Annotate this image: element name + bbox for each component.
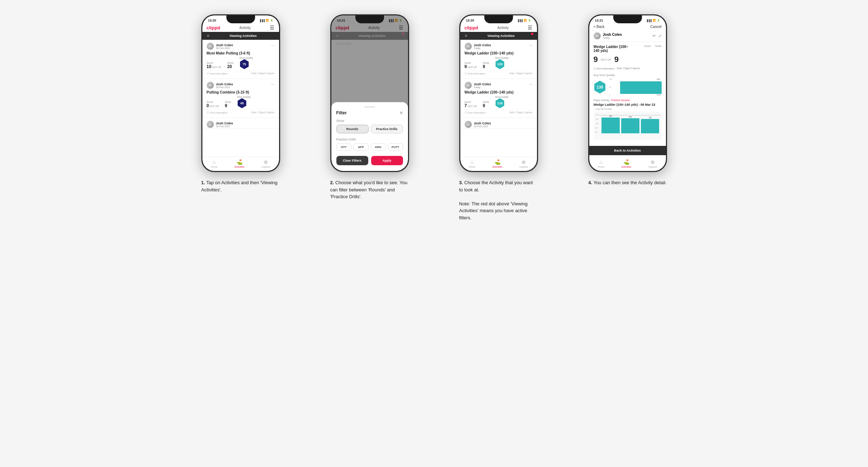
logo-1: clippd xyxy=(207,25,220,30)
phone-notch-4 xyxy=(613,15,642,23)
expand-icon-4[interactable]: ⤢ xyxy=(658,33,662,38)
capture-icon-3: ⊕ xyxy=(522,159,526,165)
nav-capture-label-4: Capture xyxy=(648,166,657,168)
activity-card-1-3[interactable]: JC Josh Coles 28 Feb 2023 xyxy=(202,118,279,129)
home-icon-3: ⌂ xyxy=(470,159,473,165)
home-icon-4: ⌂ xyxy=(599,159,602,165)
activity-card-1-1[interactable]: JC Josh Coles 28 Feb 2023 ··· Must Make … xyxy=(202,40,279,79)
edit-icon-4[interactable]: ✏ xyxy=(652,33,656,38)
phone-1: 13:20 ▐▐▐ 📶 🔋 clippd Activity ☰ xyxy=(201,14,280,172)
filter-actions: Clear Filters Apply xyxy=(336,156,403,165)
cancel-btn-4[interactable]: Cancel xyxy=(650,25,661,29)
outof-3-2: OUT OF xyxy=(467,105,477,108)
nav-home-3[interactable]: ⌂ Home xyxy=(469,159,475,168)
bottom-nav-4: ⌂ Home ⛳ Activities ⊕ Capture xyxy=(589,157,666,171)
card-title-1-1: Must Make Putting (3-6 ft) xyxy=(207,51,275,55)
drill-ott-btn[interactable]: OTT xyxy=(336,143,351,151)
user-date-3-3: 28 Feb 2023 xyxy=(474,125,491,128)
rounds-btn[interactable]: Rounds xyxy=(336,125,369,133)
score-label-1-1: Score xyxy=(207,62,222,64)
clear-filters-btn[interactable]: Clear Filters xyxy=(336,156,368,165)
nav-home-4[interactable]: ⌂ Home xyxy=(598,159,604,168)
test-info-3-1: ⓘ Test Information xyxy=(465,72,486,76)
detail-data-capture-4: Data: Clippd Capture xyxy=(617,67,640,71)
hamburger-icon-1[interactable]: ☰ xyxy=(270,25,274,30)
nav-home-label-1: Home xyxy=(211,166,217,168)
hamburger-icon-3[interactable]: ☰ xyxy=(528,25,532,30)
activity-card-3-2[interactable]: JC Josh Coles Today ··· Wedge Ladder (10… xyxy=(460,79,537,118)
bar-2-4 xyxy=(621,118,639,133)
avatar-3-1: JC xyxy=(465,43,472,50)
phone-column-1: 13:20 ▐▐▐ 📶 🔋 clippd Activity ☰ xyxy=(183,14,298,193)
status-icons-1: ▐▐▐ 📶 🔋 xyxy=(259,19,273,22)
nav-capture-3[interactable]: ⊕ Capture xyxy=(519,159,528,168)
filter-icon-3: ⚙ xyxy=(465,34,467,38)
drill-app-btn[interactable]: APP xyxy=(354,143,369,151)
phone-2: 13:21 ▐▐▐ 📶 🔋 clippd Activity ☰ xyxy=(330,14,409,172)
capture-icon-4: ⊕ xyxy=(651,159,655,165)
caption-text-1: Tap on Activities and then 'Viewing Acti… xyxy=(201,180,278,192)
shots-val-3-2: 9 xyxy=(483,103,485,108)
nav-home-1[interactable]: ⌂ Home xyxy=(211,159,217,168)
viewing-bar-1[interactable]: ⚙ Viewing Activities xyxy=(202,32,279,40)
nav-home-label-4: Home xyxy=(598,166,604,168)
cards-container-1: JC Josh Coles 28 Feb 2023 ··· Must Make … xyxy=(202,40,279,171)
more-icon-3-1[interactable]: ··· xyxy=(529,43,532,48)
quality-hex-3-1: 130 xyxy=(495,59,505,69)
card-title-3-2: Wedge Ladder (100–140 yds) xyxy=(465,90,533,94)
phone-3-screen: 13:20 ▐▐▐ 📶 🔋 clippd Activity ☰ xyxy=(460,15,537,171)
nav-capture-label-3: Capture xyxy=(519,166,528,168)
status-icons-3: ▐▐▐ 📶 🔋 xyxy=(517,19,531,22)
user-name-1-2: Josh Coles xyxy=(216,82,233,86)
filter-close-icon[interactable]: ✕ xyxy=(399,110,403,115)
caption-3: 3. Choose the Activity that you want to … xyxy=(459,179,538,221)
activity-card-1-2[interactable]: JC Josh Coles 28 Feb 2023 ··· Putting Co… xyxy=(202,79,279,118)
activity-card-3-3[interactable]: JC Josh Coles 28 Feb 2023 xyxy=(460,118,537,129)
back-btn-4[interactable]: < Back xyxy=(594,25,605,29)
score-val-3-1: 9 xyxy=(465,64,467,69)
nav-activities-4[interactable]: ⛳ Activities xyxy=(622,159,632,168)
detail-avatar-4: JC xyxy=(594,32,601,39)
nav-activities-1[interactable]: ⛳ Activities xyxy=(235,159,245,168)
viewing-bar-3[interactable]: ⚙ Viewing Activities xyxy=(460,32,537,40)
more-icon-1-2[interactable]: ··· xyxy=(271,82,274,87)
wifi-icon-4: 📶 xyxy=(653,19,656,22)
quality-hex-1-1: 75 xyxy=(239,59,249,69)
more-icon-1-1[interactable]: ··· xyxy=(271,43,274,48)
practice-drills-btn[interactable]: Practice Drills xyxy=(371,125,403,133)
detail-shots-4: 9 xyxy=(614,55,619,64)
shots-label-3-2: Shots xyxy=(483,101,489,103)
bar-3-4 xyxy=(641,119,659,133)
battery-icon-4: 🔋 xyxy=(657,19,660,22)
test-info-3-2: ⓘ Test Information xyxy=(465,111,486,115)
shots-val-1-1: 20 xyxy=(227,64,232,69)
drill-arg-btn[interactable]: ARG xyxy=(371,143,386,151)
avg-quality-hex-4: 130 xyxy=(594,81,606,94)
user-name-1-1: Josh Coles xyxy=(216,43,233,47)
practice-drills-section-label: Practice Drills xyxy=(336,138,403,141)
phone-notch-1 xyxy=(226,15,255,23)
user-date-1-3: 28 Feb 2023 xyxy=(216,125,233,128)
detail-drill-title-4: Wedge Ladder (100–140 yds) xyxy=(594,45,629,53)
nav-activities-label-3: Activities xyxy=(493,166,503,168)
score-col-label-4: Score xyxy=(644,45,651,47)
detail-score-4: 9 xyxy=(594,55,598,64)
quality-hex-1-2: 45 xyxy=(237,98,247,108)
data-capture-1-2: Data: Clippd Capture xyxy=(251,111,274,115)
nav-capture-1[interactable]: ⊕ Capture xyxy=(262,159,270,168)
back-to-activities-btn-4[interactable]: Back to Activities xyxy=(589,146,666,155)
filter-title: Filter xyxy=(336,110,347,115)
quality-label-1-1: Shot Quality xyxy=(239,57,253,59)
phone-3: 13:20 ▐▐▐ 📶 🔋 clippd Activity ☰ xyxy=(459,14,538,172)
apply-btn[interactable]: Apply xyxy=(371,156,403,165)
cards-container-3: JC Josh Coles Today ··· Wedge Ladder (10… xyxy=(460,40,537,171)
drill-putt-btn[interactable]: PUTT xyxy=(388,143,403,151)
nav-activities-3[interactable]: ⛳ Activities xyxy=(493,159,503,168)
nav-capture-4[interactable]: ⊕ Capture xyxy=(648,159,657,168)
status-time-3: 13:20 xyxy=(466,19,474,22)
logo-3: clippd xyxy=(465,25,478,30)
score-val-1-2: 0 xyxy=(207,103,209,108)
activity-card-3-1[interactable]: JC Josh Coles Today ··· Wedge Ladder (10… xyxy=(460,40,537,79)
more-icon-3-2[interactable]: ··· xyxy=(529,82,532,87)
phone-4: 13:21 ▐▐▐ 📶 🔋 < Back Cancel xyxy=(588,14,667,172)
